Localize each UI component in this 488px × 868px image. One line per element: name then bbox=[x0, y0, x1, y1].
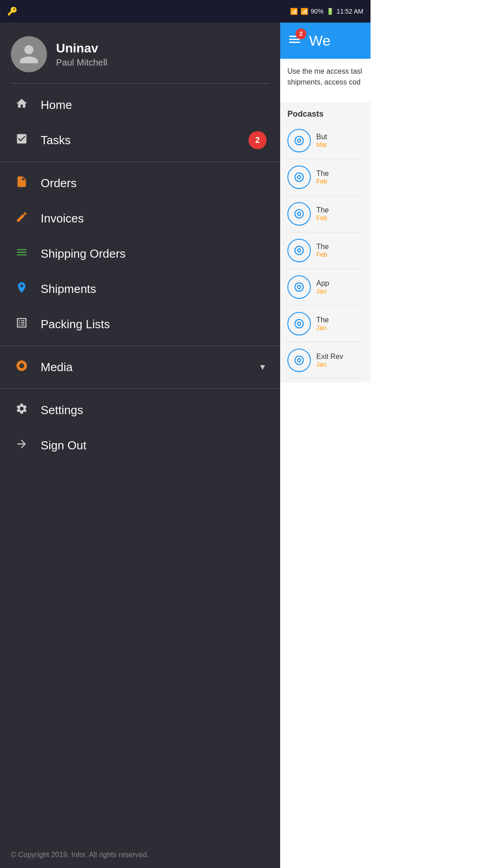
nav-section: Home Tasks 2 Order bbox=[0, 84, 280, 467]
podcast-item[interactable]: The Jan bbox=[287, 306, 363, 342]
tasks-divider bbox=[0, 161, 280, 162]
shipping-orders-icon bbox=[14, 246, 30, 261]
home-icon bbox=[14, 97, 30, 113]
podcast-icon bbox=[287, 165, 311, 189]
shipments-icon bbox=[14, 281, 30, 297]
podcast-info: App Jan bbox=[316, 279, 329, 295]
podcast-date: Feb bbox=[316, 251, 329, 258]
podcast-item[interactable]: The Feb bbox=[287, 232, 363, 269]
settings-icon bbox=[14, 402, 30, 418]
podcast-date: Jan bbox=[316, 288, 329, 295]
podcast-name: App bbox=[316, 279, 329, 288]
right-panel: 2 We Use the me access tasl shipments, a… bbox=[280, 23, 371, 868]
podcast-icon bbox=[287, 275, 311, 299]
sidebar-item-orders[interactable]: Orders bbox=[0, 165, 280, 201]
podcast-icon bbox=[287, 349, 311, 372]
right-header: 2 We bbox=[280, 23, 371, 59]
podcast-name: The bbox=[316, 243, 329, 251]
header-badge: 2 bbox=[296, 28, 306, 39]
sidebar-item-media[interactable]: Media ▼ bbox=[0, 349, 280, 385]
podcast-name: The bbox=[316, 316, 329, 324]
podcast-info: Exit Rev Jan bbox=[316, 353, 343, 368]
packing-divider bbox=[0, 345, 280, 346]
podcast-icon bbox=[287, 202, 311, 226]
shipping-orders-label: Shipping Orders bbox=[41, 247, 267, 261]
podcast-icon bbox=[287, 239, 311, 262]
tasks-label: Tasks bbox=[41, 133, 267, 147]
profile-info: Uninav Paul Mitchell bbox=[56, 41, 107, 68]
podcast-item[interactable]: The Feb bbox=[287, 196, 363, 232]
podcast-info: The Feb bbox=[316, 170, 329, 185]
invoices-icon bbox=[14, 211, 30, 226]
welcome-text: Use the me access tasl shipments, access… bbox=[287, 66, 363, 88]
status-bar-right: 📶 📶 90% 🔋 11:52 AM bbox=[290, 8, 363, 15]
sidebar-item-packing-lists[interactable]: Packing Lists bbox=[0, 307, 280, 342]
sidebar-item-sign-out[interactable]: Sign Out bbox=[0, 428, 280, 463]
podcast-name: Exit Rev bbox=[316, 353, 343, 361]
podcast-item[interactable]: Exit Rev Jan bbox=[287, 342, 363, 379]
podcast-name: But bbox=[316, 133, 327, 141]
copyright-text: © Copyright 2019. Infor. All rights rese… bbox=[0, 842, 280, 868]
podcast-list: But Mar The Feb The Feb bbox=[287, 123, 363, 379]
home-label: Home bbox=[41, 98, 267, 112]
avatar-icon bbox=[18, 43, 40, 66]
media-label: Media bbox=[41, 360, 267, 374]
sidebar-item-home[interactable]: Home bbox=[0, 87, 280, 123]
settings-label: Settings bbox=[41, 403, 267, 417]
media-divider bbox=[0, 388, 280, 389]
podcast-icon bbox=[287, 129, 311, 152]
podcast-info: The Jan bbox=[316, 316, 329, 331]
podcast-info: The Feb bbox=[316, 243, 329, 258]
shipments-label: Shipments bbox=[41, 282, 267, 296]
sidebar-item-settings[interactable]: Settings bbox=[0, 392, 280, 428]
key-icon: 🔑 bbox=[7, 6, 17, 16]
hamburger-button[interactable]: 2 bbox=[287, 32, 302, 50]
welcome-content: Use the me access tasl shipments, access… bbox=[280, 59, 371, 102]
time-display: 11:52 AM bbox=[337, 8, 363, 15]
packing-lists-icon bbox=[14, 316, 30, 332]
podcast-date: Jan bbox=[316, 361, 343, 368]
podcast-item[interactable]: App Jan bbox=[287, 269, 363, 306]
status-bar: 🔑 📶 📶 90% 🔋 11:52 AM bbox=[0, 0, 371, 23]
sign-out-label: Sign Out bbox=[41, 439, 267, 453]
tasks-badge: 2 bbox=[249, 131, 267, 149]
podcasts-section: Podcasts But Mar The Feb bbox=[280, 102, 371, 382]
sign-out-icon bbox=[14, 438, 30, 453]
podcast-info: But Mar bbox=[316, 133, 327, 148]
podcast-date: Feb bbox=[316, 214, 329, 222]
avatar bbox=[11, 36, 47, 72]
header-title: We bbox=[309, 33, 330, 49]
media-icon bbox=[14, 359, 30, 375]
battery-icon: 🔋 bbox=[326, 8, 334, 15]
orders-label: Orders bbox=[41, 176, 267, 190]
podcast-item[interactable]: The Feb bbox=[287, 159, 363, 196]
main-layout: Uninav Paul Mitchell Home bbox=[0, 23, 371, 868]
podcast-date: Mar bbox=[316, 141, 327, 148]
profile-section: Uninav Paul Mitchell bbox=[0, 23, 280, 83]
tasks-icon bbox=[14, 132, 30, 148]
battery-percent: 90% bbox=[311, 8, 324, 15]
podcasts-title: Podcasts bbox=[287, 106, 363, 123]
wifi-icon: 📶 bbox=[290, 8, 298, 15]
signal-icon: 📶 bbox=[300, 8, 308, 15]
sidebar-item-shipments[interactable]: Shipments bbox=[0, 271, 280, 307]
invoices-label: Invoices bbox=[41, 212, 267, 226]
app-name: Uninav bbox=[56, 41, 107, 56]
user-name: Paul Mitchell bbox=[56, 57, 107, 68]
podcast-date: Feb bbox=[316, 178, 329, 185]
podcast-info: The Feb bbox=[316, 206, 329, 222]
media-dropdown-icon: ▼ bbox=[258, 363, 267, 372]
podcast-item[interactable]: But Mar bbox=[287, 123, 363, 159]
sidebar-item-invoices[interactable]: Invoices bbox=[0, 201, 280, 236]
podcast-icon bbox=[287, 312, 311, 335]
sidebar-item-tasks[interactable]: Tasks 2 bbox=[0, 123, 280, 158]
podcast-name: The bbox=[316, 206, 329, 214]
sidebar-item-shipping-orders[interactable]: Shipping Orders bbox=[0, 236, 280, 271]
orders-icon bbox=[14, 175, 30, 191]
podcast-date: Jan bbox=[316, 324, 329, 331]
podcast-name: The bbox=[316, 170, 329, 178]
status-bar-left: 🔑 bbox=[7, 6, 17, 16]
sidebar: Uninav Paul Mitchell Home bbox=[0, 23, 280, 868]
packing-lists-label: Packing Lists bbox=[41, 317, 267, 331]
